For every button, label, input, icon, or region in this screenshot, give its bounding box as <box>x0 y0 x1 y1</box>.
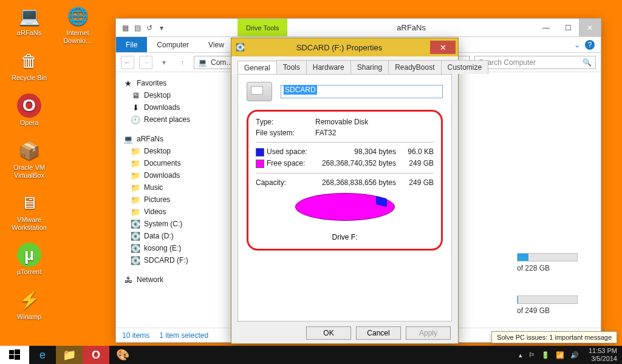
drive-icon: 💽 <box>131 219 140 229</box>
folder-icon: 📁 <box>131 146 140 156</box>
explorer-titlebar[interactable]: ▦ ▤ ↺ ▾ Drive Tools aRFaNs — ☐ ✕ <box>116 19 601 37</box>
nav-history-dropdown[interactable]: ▾ <box>157 56 171 69</box>
quick-access-toolbar: ▦ ▤ ↺ ▾ <box>116 19 171 36</box>
nav-forward-button[interactable]: → <box>139 56 152 69</box>
tab-tools[interactable]: Tools <box>276 60 307 74</box>
network-icon[interactable]: 📶 <box>556 351 564 359</box>
desktop-icon-arfans[interactable]: 💻aRFaNs <box>7 4 51 37</box>
desktop-icon-opera[interactable]: OOpera <box>7 93 51 127</box>
tree-item-system-c[interactable]: 💽System (C:) <box>118 218 234 230</box>
tree-item-documents[interactable]: 📁Documents <box>118 157 234 169</box>
tree-network[interactable]: 🖧Network <box>118 274 234 286</box>
tree-item-data-d[interactable]: 💽Data (D:) <box>118 230 234 242</box>
qat-properties-icon[interactable]: ▦ <box>120 22 131 33</box>
used-label: Used space: <box>256 147 310 157</box>
tab-general[interactable]: General <box>238 61 277 75</box>
breadcrumb-seg[interactable]: Com… <box>211 58 233 67</box>
taskbar-opera[interactable]: O <box>83 346 109 364</box>
tree-item-recent[interactable]: 🕘Recent places <box>118 113 234 126</box>
ie-icon: e <box>39 349 46 362</box>
nav-back-button[interactable]: ← <box>121 56 134 69</box>
tree-item-desktop[interactable]: 🖥Desktop <box>118 89 234 101</box>
ribbon-tab-file[interactable]: File <box>116 37 147 52</box>
desktop-icon-recycle[interactable]: 🗑Recycle Bin <box>7 49 51 82</box>
action-center-tooltip: Solve PC issues: 1 important message <box>491 331 617 343</box>
close-button[interactable]: ✕ <box>579 19 601 36</box>
tree-item-desktop2[interactable]: 📁Desktop <box>118 145 234 157</box>
folder-icon: 📁 <box>131 195 140 204</box>
volume-icon[interactable]: 🔊 <box>570 351 579 359</box>
search-input[interactable]: Search Computer 🔍 <box>474 56 596 69</box>
svg-rect-0 <box>9 350 14 354</box>
desktop-icon-idm[interactable]: 🌐Internet Downlo… <box>56 4 100 45</box>
tree-item-music[interactable]: 📁Music <box>118 181 234 194</box>
contextual-tab-drive-tools[interactable]: Drive Tools <box>238 19 287 36</box>
tree-item-sdcard-f[interactable]: 💽SDCARD (F:) <box>118 254 234 266</box>
ribbon-expand-icon[interactable]: ⌄ <box>574 41 580 49</box>
battery-icon[interactable]: 🔋 <box>541 351 550 359</box>
taskbar-clock[interactable]: 11:53 PM 3/5/2014 <box>589 347 617 363</box>
type-value: Removable Disk <box>315 118 434 126</box>
ribbon-tab-computer[interactable]: Computer <box>147 37 199 52</box>
app-icon: 🎨 <box>116 348 129 362</box>
free-label: Free space: <box>256 159 310 168</box>
tab-sharing[interactable]: Sharing <box>350 60 389 74</box>
explorer-title: aRFaNs <box>287 19 535 36</box>
desktop-icon-vmware[interactable]: 🖥VMware Workstation <box>7 190 51 232</box>
status-selection: 1 item selected <box>159 331 208 340</box>
desktop-icon-utorrent[interactable]: µµTorrent <box>7 243 51 276</box>
tab-readyboost[interactable]: ReadyBoost <box>388 60 441 74</box>
taskbar[interactable]: e 📁 O 🎨 ▴ 🏳 🔋 📶 🔊 11:53 PM 3/5/2014 <box>0 346 622 364</box>
nav-up-button[interactable]: ↑ <box>176 56 189 69</box>
free-human: 249 GB <box>401 159 434 167</box>
ribbon-tab-view[interactable]: View <box>199 37 234 52</box>
downloads-icon: ⬇ <box>131 103 140 112</box>
minimize-button[interactable]: — <box>535 19 557 36</box>
tab-hardware[interactable]: Hardware <box>306 60 351 74</box>
tree-this-pc[interactable]: 💻aRFaNs <box>118 133 234 145</box>
taskbar-app[interactable]: 🎨 <box>109 346 136 364</box>
tree-item-downloads[interactable]: ⬇Downloads <box>118 101 234 113</box>
highlight-frame: Type: Removable Disk File system: FAT32 … <box>247 110 443 251</box>
start-button[interactable] <box>0 346 29 364</box>
taskbar-explorer[interactable]: 📁 <box>56 346 83 364</box>
help-icon[interactable]: ? <box>585 40 595 50</box>
drive-name-field[interactable]: SDCARD <box>281 85 443 98</box>
navigation-pane[interactable]: ★Favorites 🖥Desktop ⬇Downloads 🕘Recent p… <box>116 72 238 328</box>
qat-dropdown-icon[interactable]: ▾ <box>156 22 167 33</box>
tray-chevron-icon[interactable]: ▴ <box>519 351 522 359</box>
folder-icon: 📁 <box>131 207 140 217</box>
dialog-titlebar[interactable]: 💽 SDCARD (F:) Properties ✕ <box>231 38 458 56</box>
dialog-close-button[interactable]: ✕ <box>430 41 456 54</box>
desktop-icon-virtualbox[interactable]: 📦Oracle VM VirtualBox <box>7 138 51 180</box>
drive-large-icon <box>247 82 272 101</box>
network-icon: 🖧 <box>123 275 133 285</box>
tree-item-kosong-e[interactable]: 💽kosong (E:) <box>118 242 234 254</box>
qat-undo-icon[interactable]: ↺ <box>144 22 155 33</box>
action-center-icon[interactable]: 🏳 <box>528 351 535 359</box>
search-icon: 🔍 <box>583 58 592 67</box>
cap-bytes: 268,368,838,656 bytes <box>315 178 396 187</box>
desktop-icon-winamp[interactable]: ⚡Winamp <box>7 288 51 321</box>
tree-favorites[interactable]: ★Favorites <box>118 77 234 89</box>
star-icon: ★ <box>123 78 133 88</box>
free-bytes: 268,368,740,352 bytes <box>315 159 396 167</box>
ok-button[interactable]: OK <box>306 326 351 340</box>
taskbar-ie[interactable]: e <box>29 346 56 364</box>
qat-new-folder-icon[interactable]: ▤ <box>132 22 143 33</box>
system-tray[interactable]: ▴ 🏳 🔋 📶 🔊 11:53 PM 3/5/2014 <box>514 346 622 364</box>
opera-icon: O <box>92 349 100 362</box>
winamp-icon: ⚡ <box>17 288 41 312</box>
computer-icon: 💻 <box>17 4 41 28</box>
tree-item-downloads2[interactable]: 📁Downloads <box>118 169 234 181</box>
tree-item-videos[interactable]: 📁Videos <box>118 206 234 218</box>
drive-icon: 💽 <box>131 243 140 253</box>
used-swatch <box>256 148 264 157</box>
cancel-button[interactable]: Cancel <box>356 326 401 340</box>
maximize-button[interactable]: ☐ <box>557 19 579 36</box>
opera-icon: O <box>17 93 41 118</box>
utorrent-icon: µ <box>17 243 41 267</box>
apply-button[interactable]: Apply <box>406 326 451 340</box>
tree-item-pictures[interactable]: 📁Pictures <box>118 194 234 206</box>
tab-customize[interactable]: Customize <box>441 60 489 74</box>
